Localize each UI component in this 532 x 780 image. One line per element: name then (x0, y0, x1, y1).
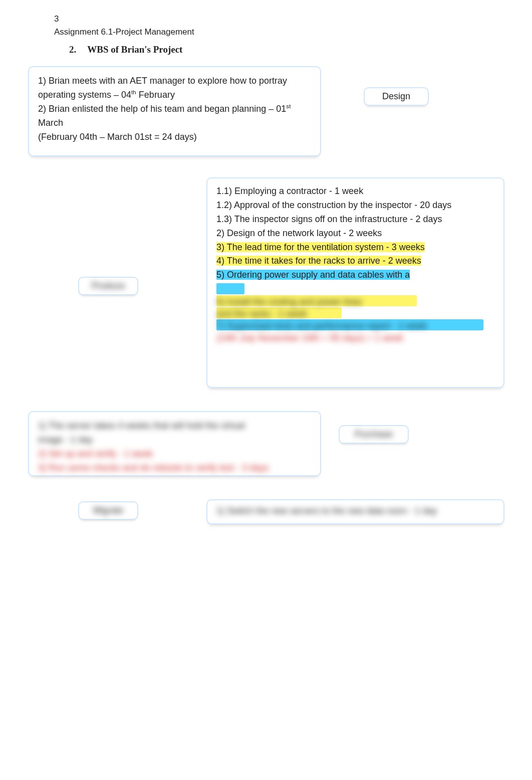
block2-line4: 2) Design of the network layout - 2 week… (216, 227, 494, 241)
block-purchase-details: 1) The server takes 4 weeks that will ho… (28, 411, 321, 476)
tag-produce: Produce (78, 277, 138, 295)
section-heading: 2. WBS of Brian's Project (69, 44, 504, 55)
block2-line2: 1.2) Approval of the construction by the… (216, 199, 494, 213)
section-title: WBS of Brian's Project (87, 44, 182, 55)
block4-line1: 1) Switch the new servers to the new dat… (216, 504, 494, 518)
block3-line2: image - 1 day (38, 433, 311, 447)
block3-line4: 3) Run some checks and do reboots to ver… (38, 461, 311, 475)
block2-stripe-cyan-1 (216, 283, 244, 294)
block2-line5-text: 3) The lead time for the ventilation sys… (216, 242, 425, 252)
section-number: 2. (69, 44, 76, 55)
block2-blur-line2: and the racks - 1 week (216, 309, 307, 319)
block2-blur-line4: (14th July November 24th = 95 days) = 1 … (216, 333, 403, 343)
block-migrate-details: 1) Switch the new servers to the new dat… (206, 499, 504, 524)
block1-line5: (February 04th – March 01st = 24 days) (38, 130, 311, 144)
block2-blur-line1: 6) Install the cooling and power lines (216, 297, 362, 307)
block1-line2-pre: operating systems – 04 (38, 90, 131, 100)
block3-line1: 1) The server takes 4 weeks that will ho… (38, 419, 311, 433)
block2-line7-text: 5) Ordering power supply and data cables… (216, 270, 410, 280)
block3-line3: 2) Set up and verify - 1 week (38, 447, 311, 461)
block2-line6: 4) The time it takes for the racks to ar… (216, 254, 494, 268)
block-produce-details: 1.1) Employing a contractor - 1 week 1.2… (206, 177, 504, 388)
block2-stripe-yellow-2: and the racks - 1 week (216, 307, 342, 318)
tag-design: Design (364, 87, 429, 106)
block1-line2-sup: th (131, 89, 136, 95)
tag-purchase-label: Purchase (355, 429, 393, 439)
block2-red-line: (14th July November 24th = 95 days) = 1 … (216, 331, 494, 342)
tag-migrate: Migrate (78, 501, 138, 520)
block2-line3: 1.3) The inspector signs off on the infr… (216, 213, 494, 227)
block1-line4: March (38, 116, 311, 130)
block2-line5: 3) The lead time for the ventilation sys… (216, 241, 494, 255)
tag-produce-label: Produce (91, 281, 125, 291)
block1-line2: operating systems – 04th February (38, 88, 311, 102)
tag-migrate-label: Migrate (93, 505, 123, 515)
block1-line2-post: February (136, 90, 175, 100)
block1-line1: 1) Brian meets with an AET manager to ex… (38, 74, 311, 88)
block1-line3: 2) Brian enlisted the help of his team a… (38, 102, 311, 116)
wbs-diagram: 1) Brian meets with an AET manager to ex… (28, 66, 504, 698)
block2-blurred-area: 6) Install the cooling and power lines a… (216, 283, 494, 342)
block2-line1: 1.1) Employing a contractor - 1 week (216, 184, 494, 199)
page: 3 Assignment 6.1-Project Management 2. W… (0, 0, 532, 728)
page-number: 3 (54, 14, 504, 24)
block1-line3-pre: 2) Brian enlisted the help of his team a… (38, 104, 286, 114)
tag-purchase: Purchase (339, 425, 409, 444)
block2-line7: 5) Ordering power supply and data cables… (216, 268, 494, 282)
block-design-details: 1) Brian meets with an AET manager to ex… (28, 66, 321, 156)
block2-stripe-cyan-2: 7) Supervised tests and performance repo… (216, 319, 483, 330)
block2-blur-line3: 7) Supervised tests and performance repo… (216, 321, 427, 331)
assignment-header: Assignment 6.1-Project Management (54, 27, 504, 37)
block2-line6-text: 4) The time it takes for the racks to ar… (216, 256, 421, 266)
block1-line3-sup: st (286, 103, 291, 109)
block2-stripe-yellow-1: 6) Install the cooling and power lines (216, 295, 417, 306)
